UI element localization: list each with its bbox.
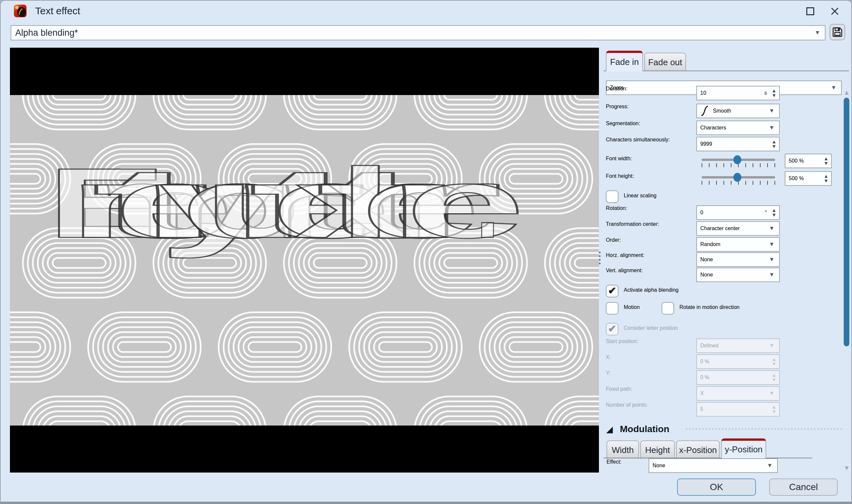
order-combobox[interactable]: Random ▼	[696, 237, 780, 252]
font-height-input[interactable]: 500 % ▲▼	[785, 171, 832, 186]
check-icon: ✔	[608, 323, 616, 335]
scrollbar-up-arrow[interactable]: ▲	[842, 89, 851, 96]
duration-spinner[interactable]: ▲▼	[769, 88, 779, 98]
font-height-spinner[interactable]: ▲▼	[821, 174, 831, 183]
font-height-label: Font height:	[606, 173, 634, 179]
number-of-points-label: Number of points:	[606, 402, 647, 408]
save-icon	[832, 26, 843, 38]
vert-alignment-combobox[interactable]: None ▼	[696, 268, 780, 282]
number-of-points-input: 5 ▲▼	[696, 402, 780, 417]
font-width-value: 500 %	[785, 158, 821, 164]
window-title: Text effect	[35, 5, 80, 17]
smooth-curve-icon	[699, 105, 710, 116]
cancel-button[interactable]: Cancel	[769, 479, 838, 496]
linear-scaling-checkbox[interactable]: ✔	[606, 191, 619, 203]
fixed-path-combobox: X ▼	[696, 386, 780, 401]
close-button[interactable]	[824, 4, 845, 19]
horz-alignment-combobox[interactable]: None ▼	[696, 252, 780, 267]
duration-label: Duration:	[606, 86, 627, 92]
duration-input[interactable]: 10 s ▲▼	[696, 86, 780, 100]
scrollbar-thumb[interactable]	[844, 98, 849, 346]
preview-text: Enteryourtexthere.	[47, 147, 525, 259]
x-spinner: ▲▼	[769, 357, 779, 366]
tab-y-position[interactable]: y-Position	[721, 438, 766, 458]
ok-button-label: OK	[710, 482, 723, 492]
transformation-center-value: Character center	[697, 226, 769, 232]
activate-alpha-blending-checkbox[interactable]: ✔	[606, 285, 619, 298]
font-width-slider[interactable]	[702, 155, 775, 168]
effect-combobox[interactable]: None ▼	[649, 458, 778, 473]
pattern-fill	[10, 95, 599, 426]
vert-alignment-value: None	[697, 272, 769, 278]
text-effect-dialog: Text effect Alpha blending* ▼	[0, 0, 852, 504]
rotation-value: 0	[697, 210, 765, 216]
splitter-handle[interactable]	[599, 252, 601, 264]
chevron-down-icon: ▼	[769, 272, 779, 278]
chars-simultaneously-label: Characters simultaneously:	[606, 137, 670, 143]
slider-handle[interactable]	[733, 173, 741, 182]
number-of-points-value: 5	[697, 406, 769, 412]
tab-fade-out-label: Fade out	[648, 57, 682, 68]
slider-handle[interactable]	[733, 155, 741, 164]
tab-width-label: Width	[612, 445, 634, 455]
tab-width[interactable]: Width	[606, 440, 639, 459]
y-label: Y:	[606, 370, 610, 376]
tab-height-label: Height	[645, 445, 670, 455]
chevron-down-icon: ▼	[769, 225, 779, 232]
cancel-button-label: Cancel	[789, 482, 818, 492]
rotation-input[interactable]: 0 ° ▲▼	[696, 205, 780, 220]
segmentation-value: Characters	[697, 125, 769, 131]
effect-value: None	[649, 463, 767, 469]
chars-simultaneously-input[interactable]: 9999 ▲▼	[696, 137, 780, 151]
chars-simultaneously-spinner[interactable]: ▲▼	[769, 139, 779, 149]
consider-letter-position-checkbox: ✔	[606, 323, 619, 336]
x-label: X:	[606, 354, 611, 360]
chevron-down-icon: ▼	[769, 125, 779, 131]
progress-combobox[interactable]: Smooth ▼	[696, 104, 780, 118]
preview-canvas[interactable]: Enteryourtexthere.	[10, 48, 599, 472]
pattern-background: Enteryourtexthere.	[10, 95, 599, 426]
chevron-down-icon: ▼	[769, 241, 779, 248]
tab-x-position-label: x-Position	[679, 445, 717, 455]
transformation-center-combobox[interactable]: Character center ▼	[696, 221, 780, 236]
modulation-section-header[interactable]: ◢ Modulation	[606, 424, 670, 434]
collapse-triangle-icon: ◢	[606, 425, 613, 434]
order-label: Order:	[606, 237, 621, 243]
motion-checkbox[interactable]: ✔	[606, 302, 619, 314]
segmentation-combobox[interactable]: Characters ▼	[696, 121, 780, 135]
tab-y-position-label: y-Position	[725, 444, 763, 455]
font-height-slider[interactable]	[702, 172, 775, 185]
tab-x-position[interactable]: x-Position	[676, 440, 720, 459]
y-input: 0 % ▲▼	[696, 370, 780, 385]
maximize-button[interactable]	[800, 4, 821, 19]
modulation-dotted-rule	[686, 428, 842, 430]
rotate-motion-checkbox[interactable]: ✔	[661, 302, 674, 314]
font-width-spinner[interactable]: ▲▼	[821, 156, 831, 166]
start-position-label: Start position:	[606, 338, 638, 344]
font-width-label: Font width:	[606, 156, 632, 162]
rotation-spinner[interactable]: ▲▼	[769, 208, 779, 217]
tab-height[interactable]: Height	[640, 440, 675, 459]
ok-button[interactable]: OK	[677, 479, 756, 496]
font-height-value: 500 %	[785, 176, 821, 181]
chevron-down-icon: ▼	[769, 108, 779, 114]
title-bar[interactable]: Text effect	[1, 1, 851, 21]
check-icon: ✔	[608, 285, 616, 296]
scrollbar-down-arrow[interactable]: ▼	[842, 464, 851, 472]
close-icon	[831, 7, 839, 16]
start-position-combobox: Defined ▼	[696, 338, 780, 353]
horz-alignment-value: None	[697, 257, 769, 263]
maximize-icon	[806, 7, 814, 15]
save-preset-button[interactable]	[830, 24, 845, 40]
segmentation-label: Segmentation:	[606, 121, 640, 126]
y-spinner: ▲▼	[769, 373, 779, 382]
transformation-center-label: Transformation center:	[606, 221, 659, 227]
svg-text:.: .	[476, 147, 499, 259]
fixed-path-label: Fixed path:	[606, 386, 632, 392]
tab-fade-in[interactable]: Fade in	[606, 51, 643, 71]
tab-fade-out[interactable]: Fade out	[644, 53, 686, 71]
font-width-input[interactable]: 500 % ▲▼	[785, 154, 832, 168]
vert-alignment-label: Vert. alignment:	[606, 268, 643, 273]
x-value: 0 %	[697, 359, 769, 365]
preset-combobox[interactable]: Alpha blending* ▼	[11, 25, 826, 40]
